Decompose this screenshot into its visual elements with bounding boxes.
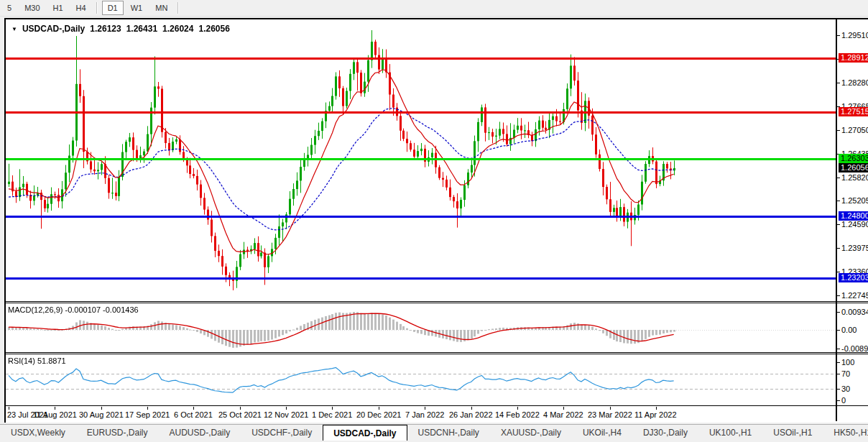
date-axis[interactable]: 23 Jul 202111 Aug 202130 Aug 202117 Sep … [6, 407, 868, 423]
macd-label: MACD(12,26,9) -0.000107 -0.001436 [8, 305, 139, 314]
date-label: 17 Sep 2021 [125, 410, 170, 419]
date-label: 20 Dec 2021 [356, 410, 401, 419]
tab-usdcnh-daily[interactable]: USDCNH-,Daily [407, 425, 490, 441]
level-price-label: 1.28912 [839, 53, 868, 63]
rsi-label: RSI(14) 51.8871 [8, 356, 66, 365]
axis-tick [837, 248, 840, 249]
axis-tick-label: 1.25820 [841, 173, 868, 182]
timeframe-button-d1[interactable]: D1 [102, 1, 124, 15]
rsi-panel: RSI(14) 51.8871 [6, 354, 836, 405]
timeframe-button-mn[interactable]: MN [149, 1, 173, 15]
axis-tick [837, 362, 840, 363]
date-label: 11 Apr 2022 [634, 410, 677, 419]
ohlc-high: 1.26431 [126, 24, 157, 34]
axis-tick [837, 83, 840, 83]
timeframe-button-h1[interactable]: H1 [47, 1, 69, 15]
axis-tick [837, 272, 840, 272]
axis-tick [837, 295, 840, 296]
date-label: 26 Jan 2022 [449, 410, 493, 419]
date-tick [9, 407, 9, 410]
axis-tick [837, 330, 840, 331]
tab-usdchf-daily[interactable]: USDCHF-,Daily [241, 425, 323, 441]
tab-audusd-daily[interactable]: AUDUSD-,Daily [158, 425, 241, 441]
tab-usdcad-daily[interactable]: USDCAD-,Daily [323, 425, 407, 441]
level-price-label: 1.23203 [839, 273, 868, 282]
trading-terminal: 5M30H1H4D1W1MN ▼ USDCAD-,Daily 1.26123 1… [0, 0, 868, 442]
timeframe-button-h4[interactable]: H4 [70, 1, 92, 15]
axis-tick [837, 400, 840, 401]
axis-tick-label: 0.00 [841, 326, 857, 334]
axis-tick-label: 1.28280 [841, 78, 868, 87]
tab-xauusd-daily[interactable]: XAUUSD-,Daily [490, 425, 572, 441]
macd-axis[interactable]: 0.0093450.00-0.008902 [837, 303, 868, 352]
date-tick [517, 407, 518, 410]
chart-title: ▼ USDCAD-,Daily 1.26123 1.26431 1.26024 … [11, 24, 230, 34]
level-price-label: 1.27515 [839, 107, 868, 116]
ohlc-open: 1.26123 [90, 24, 121, 34]
date-label: 1 Dec 2021 [312, 410, 352, 419]
date-label: 12 Nov 2021 [264, 410, 308, 419]
axis-tick-label: 1.27050 [841, 126, 868, 134]
axis-tick-label: 100 [841, 358, 854, 367]
date-tick [286, 407, 287, 410]
timeframe-button-w1[interactable]: W1 [125, 1, 149, 15]
date-tick [101, 407, 102, 410]
date-tick [563, 407, 564, 410]
date-tick [610, 407, 611, 410]
rsi-axis[interactable]: 10070300 [837, 354, 868, 405]
ohlc-close: 1.26056 [198, 24, 229, 34]
axis-tick [837, 201, 840, 201]
tab-ukoil-h4[interactable]: UKOil-,H4 [572, 425, 632, 441]
date-tick [193, 407, 194, 410]
level-price-label: 1.26303 [839, 154, 868, 163]
axis-tick [837, 389, 840, 390]
collapse-triangle-icon[interactable]: ▼ [11, 26, 17, 32]
tab-usoil-h1[interactable]: USOil-,H1 [762, 425, 823, 441]
axis-tick-label: 1.24590 [841, 220, 868, 229]
chart-window: ▼ USDCAD-,Daily 1.26123 1.26431 1.26024 … [4, 18, 868, 423]
chart-symbol: USDCAD-,Daily [22, 24, 85, 34]
rsi-canvas[interactable] [6, 354, 836, 405]
macd-panel: MACD(12,26,9) -0.000107 -0.001436 [6, 303, 836, 352]
axis-tick-label: 1.25205 [841, 196, 868, 205]
date-label: 25 Oct 2021 [218, 410, 262, 419]
chart-tab-bar: USDX,WeeklyEURUSD-,DailyAUDUSD-,DailyUSD… [0, 424, 868, 441]
date-label: 6 Oct 2021 [174, 410, 213, 419]
level-price-label: 1.24800 [839, 211, 868, 221]
axis-tick [837, 349, 840, 349]
date-tick [55, 407, 55, 410]
tab-uk100-h1[interactable]: UK100-,H1 [698, 425, 762, 441]
date-tick [240, 407, 241, 410]
axis-tick [837, 35, 840, 36]
tab-usdx-weekly[interactable]: USDX,Weekly [0, 425, 76, 441]
date-tick [425, 407, 425, 410]
date-label: 30 Aug 2021 [79, 410, 124, 419]
tab-dj30-daily[interactable]: DJ30-,Daily [632, 425, 698, 441]
ohlc-low: 1.26024 [162, 24, 193, 34]
current-price-label: 1.26056 [839, 163, 868, 172]
axis-tick-label: 0.009345 [841, 308, 868, 316]
date-tick [147, 407, 148, 410]
axis-tick-label: -0.008902 [841, 344, 868, 352]
timeframe-button-m30[interactable]: M30 [19, 1, 45, 15]
axis-tick-label: 1.22745 [841, 291, 868, 300]
axis-tick [837, 224, 840, 225]
tab-hk50-h1[interactable]: HK50-,H1 [823, 425, 868, 441]
price-chart-canvas[interactable] [6, 21, 836, 301]
axis-tick [837, 178, 840, 178]
axis-tick-label: 1.23975 [841, 244, 868, 252]
tab-eurusd-daily[interactable]: EURUSD-,Daily [76, 425, 159, 441]
toolbar-separator [96, 2, 98, 14]
date-tick [332, 407, 333, 410]
axis-tick-label: 30 [841, 385, 850, 393]
date-label: 23 Mar 2022 [588, 410, 632, 419]
price-axis[interactable]: 1.295101.288951.282801.276651.270501.264… [837, 21, 868, 301]
date-tick [379, 407, 379, 410]
date-label: 14 Feb 2022 [495, 410, 540, 419]
date-label: 11 Aug 2021 [33, 410, 77, 419]
timeframe-button-5[interactable]: 5 [1, 1, 17, 15]
axis-tick [837, 312, 840, 313]
price-panel: ▼ USDCAD-,Daily 1.26123 1.26431 1.26024 … [6, 21, 836, 301]
axis-tick [837, 374, 840, 374]
date-label: 7 Jan 2022 [405, 410, 444, 419]
